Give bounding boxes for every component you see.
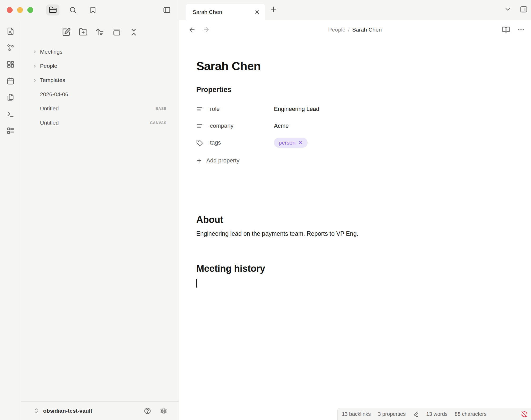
new-folder-icon[interactable] <box>79 28 88 37</box>
new-tab-button[interactable] <box>269 5 277 13</box>
properties-heading: Properties <box>196 86 499 94</box>
list-boxes-icon[interactable] <box>7 127 14 135</box>
vault-footer: obsidian-test-vault <box>21 401 179 420</box>
word-count[interactable]: 13 words <box>426 411 448 417</box>
collapse-all-icon[interactable] <box>129 28 138 37</box>
file-label: Untitled <box>40 120 59 126</box>
file-type-badge: BASE <box>156 106 167 111</box>
tag-icon <box>196 140 203 146</box>
close-window-button[interactable] <box>7 7 13 13</box>
folder-label: People <box>40 63 57 69</box>
tree-folder-people[interactable]: People <box>21 59 179 73</box>
tree-file-untitled-canvas[interactable]: Untitled CANVAS <box>21 116 179 130</box>
chevron-right-icon <box>33 78 40 83</box>
vault-name[interactable]: obsidian-test-vault <box>43 408 92 414</box>
close-tab-button[interactable] <box>254 9 260 15</box>
section-body-about[interactable]: Engineering lead on the payments team. R… <box>196 229 499 238</box>
chevron-down-icon <box>504 6 511 13</box>
tab-list-dropdown-button[interactable] <box>504 6 511 13</box>
navigate-back-button[interactable] <box>188 26 196 33</box>
settings-button[interactable] <box>160 407 167 414</box>
explorer-toolbar <box>21 20 179 44</box>
file-label: 2026-04-06 <box>40 91 68 98</box>
close-icon <box>254 9 260 15</box>
property-key[interactable]: tags <box>196 139 274 146</box>
navigate-forward-button[interactable] <box>203 26 210 33</box>
bookmark-icon <box>89 6 97 14</box>
folder-label: Templates <box>40 77 65 83</box>
tag-pill-person[interactable]: person <box>274 138 308 148</box>
tree-file-daily-note[interactable]: 2026-04-06 <box>21 87 179 101</box>
editor-cursor-line[interactable] <box>196 279 499 288</box>
traffic-lights <box>7 7 33 13</box>
align-left-icon <box>196 106 203 112</box>
left-sidebar: Meetings People Templates <box>0 0 179 420</box>
property-key[interactable]: company <box>196 122 274 129</box>
close-icon <box>298 140 303 145</box>
note-view: People / Sarah Chen <box>179 20 531 420</box>
character-count[interactable]: 88 characters <box>455 411 487 417</box>
search-tab-button[interactable] <box>66 4 79 16</box>
new-note-icon[interactable] <box>62 28 71 37</box>
text-caret <box>196 279 197 288</box>
zoom-window-button[interactable] <box>27 7 33 13</box>
tree-file-untitled-base[interactable]: Untitled BASE <box>21 101 179 116</box>
edit-mode-indicator[interactable] <box>413 411 419 417</box>
property-value[interactable]: Engineering Lead <box>274 106 319 112</box>
backlinks-count[interactable]: 13 backlinks <box>342 411 371 417</box>
files-tab-button[interactable] <box>46 4 59 16</box>
sort-icon[interactable] <box>96 28 104 37</box>
remove-tag-button[interactable] <box>298 140 303 145</box>
obsidian-window: Meetings People Templates <box>0 0 531 420</box>
file-type-badge: CANVAS <box>150 121 167 125</box>
tab-sarah-chen[interactable]: Sarah Chen <box>186 4 265 20</box>
chevron-right-icon <box>33 64 40 68</box>
files-icon[interactable] <box>7 94 14 101</box>
collapse-left-sidebar-button[interactable] <box>163 6 171 14</box>
panel-right-icon <box>520 5 528 13</box>
file-search-icon[interactable] <box>7 27 14 35</box>
breadcrumb: People / Sarah Chen <box>328 27 382 33</box>
breadcrumb-current[interactable]: Sarah Chen <box>352 27 382 33</box>
minimize-window-button[interactable] <box>17 7 23 13</box>
book-open-icon <box>502 26 510 34</box>
property-value[interactable]: Acme <box>274 122 289 129</box>
status-bar: 13 backlinks 3 properties 13 words 88 ch… <box>337 408 531 420</box>
tag-label: person <box>279 140 295 146</box>
pencil-line-icon <box>413 411 419 417</box>
folder-label: Meetings <box>40 49 62 55</box>
arrow-left-icon <box>188 26 196 33</box>
breadcrumb-parent[interactable]: People <box>328 27 345 33</box>
help-button[interactable] <box>144 407 151 414</box>
section-heading-meeting-history[interactable]: Meeting history <box>196 263 499 274</box>
property-key-label: company <box>210 122 233 129</box>
help-circle-icon <box>144 407 151 414</box>
bookmarks-tab-button[interactable] <box>86 4 99 16</box>
terminal-icon[interactable] <box>7 110 14 118</box>
vault-switcher-button[interactable] <box>33 408 39 414</box>
section-heading-about[interactable]: About <box>196 214 499 225</box>
reading-view-toggle-button[interactable] <box>502 26 510 34</box>
sync-status-button[interactable] <box>521 411 528 418</box>
more-options-button[interactable] <box>517 26 525 33</box>
note-title[interactable]: Sarah Chen <box>196 59 499 73</box>
tab-title: Sarah Chen <box>193 9 222 15</box>
add-property-label: Add property <box>206 157 239 164</box>
editor-pane: Sarah Chen <box>179 0 531 420</box>
note-content[interactable]: Sarah Chen Properties role Engineering L… <box>179 39 531 420</box>
align-left-icon <box>196 123 203 129</box>
ellipsis-icon <box>517 26 525 33</box>
add-property-button[interactable]: Add property <box>196 155 499 166</box>
titlebar <box>0 0 179 20</box>
property-key-label: tags <box>210 139 221 146</box>
property-key[interactable]: role <box>196 106 274 112</box>
tree-folder-templates[interactable]: Templates <box>21 73 179 87</box>
graph-icon[interactable] <box>7 44 14 52</box>
layout-dashboard-icon[interactable] <box>7 60 14 68</box>
calendar-icon[interactable] <box>7 77 14 85</box>
expand-right-sidebar-button[interactable] <box>520 5 528 13</box>
properties-count[interactable]: 3 properties <box>378 411 406 417</box>
tree-folder-meetings[interactable]: Meetings <box>21 45 179 59</box>
property-row-company: company Acme <box>196 117 499 134</box>
gallery-icon[interactable] <box>112 28 121 37</box>
